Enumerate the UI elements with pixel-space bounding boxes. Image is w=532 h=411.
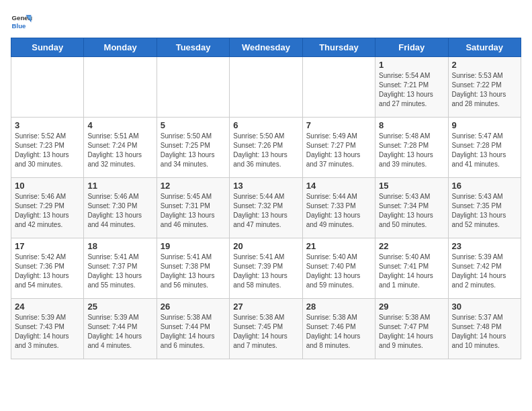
day-number: 17 xyxy=(15,241,80,251)
weekday-header-monday: Monday xyxy=(84,38,157,57)
day-number: 3 xyxy=(15,120,80,130)
calendar-cell: 7Sunrise: 5:49 AM Sunset: 7:27 PM Daylig… xyxy=(302,118,375,178)
calendar-cell: 18Sunrise: 5:41 AM Sunset: 7:37 PM Dayli… xyxy=(84,238,157,299)
calendar-cell: 27Sunrise: 5:38 AM Sunset: 7:45 PM Dayli… xyxy=(230,299,302,359)
day-number: 25 xyxy=(87,302,152,312)
weekday-header-friday: Friday xyxy=(375,38,448,57)
day-number: 9 xyxy=(452,120,517,130)
calendar-cell: 2Sunrise: 5:53 AM Sunset: 7:22 PM Daylig… xyxy=(448,57,521,118)
calendar-table: SundayMondayTuesdayWednesdayThursdayFrid… xyxy=(11,38,521,359)
calendar-cell: 11Sunrise: 5:46 AM Sunset: 7:30 PM Dayli… xyxy=(84,178,157,238)
calendar-cell xyxy=(230,57,302,118)
calendar-cell: 12Sunrise: 5:45 AM Sunset: 7:31 PM Dayli… xyxy=(157,178,229,238)
day-info: Sunrise: 5:41 AM Sunset: 7:38 PM Dayligh… xyxy=(161,253,226,290)
day-number: 20 xyxy=(233,241,298,251)
calendar-cell: 26Sunrise: 5:38 AM Sunset: 7:44 PM Dayli… xyxy=(157,299,229,359)
calendar-week-row: 10Sunrise: 5:46 AM Sunset: 7:29 PM Dayli… xyxy=(11,178,521,238)
weekday-header-row: SundayMondayTuesdayWednesdayThursdayFrid… xyxy=(11,38,521,57)
day-info: Sunrise: 5:40 AM Sunset: 7:41 PM Dayligh… xyxy=(379,253,444,290)
logo-icon: General Blue xyxy=(11,11,32,32)
day-info: Sunrise: 5:37 AM Sunset: 7:48 PM Dayligh… xyxy=(452,313,517,351)
day-number: 18 xyxy=(87,241,152,251)
calendar-cell: 1Sunrise: 5:54 AM Sunset: 7:21 PM Daylig… xyxy=(375,57,448,118)
day-number: 19 xyxy=(161,241,226,251)
day-number: 16 xyxy=(452,181,517,191)
day-number: 8 xyxy=(379,120,444,130)
day-info: Sunrise: 5:44 AM Sunset: 7:33 PM Dayligh… xyxy=(306,192,371,230)
calendar-cell: 13Sunrise: 5:44 AM Sunset: 7:32 PM Dayli… xyxy=(230,178,302,238)
day-info: Sunrise: 5:50 AM Sunset: 7:25 PM Dayligh… xyxy=(161,132,226,169)
day-number: 10 xyxy=(15,181,80,191)
weekday-header-tuesday: Tuesday xyxy=(157,38,229,57)
calendar-cell: 22Sunrise: 5:40 AM Sunset: 7:41 PM Dayli… xyxy=(375,238,448,299)
day-number: 11 xyxy=(87,181,152,191)
calendar-cell xyxy=(302,57,375,118)
day-number: 1 xyxy=(379,60,444,70)
day-number: 6 xyxy=(233,120,298,130)
calendar-cell: 24Sunrise: 5:39 AM Sunset: 7:43 PM Dayli… xyxy=(11,299,84,359)
day-number: 29 xyxy=(379,302,444,312)
calendar-cell: 29Sunrise: 5:38 AM Sunset: 7:47 PM Dayli… xyxy=(375,299,448,359)
calendar-week-row: 24Sunrise: 5:39 AM Sunset: 7:43 PM Dayli… xyxy=(11,299,521,359)
calendar-cell: 16Sunrise: 5:43 AM Sunset: 7:35 PM Dayli… xyxy=(448,178,521,238)
day-number: 30 xyxy=(452,302,517,312)
day-number: 4 xyxy=(87,120,152,130)
day-number: 12 xyxy=(161,181,226,191)
day-info: Sunrise: 5:38 AM Sunset: 7:45 PM Dayligh… xyxy=(233,313,298,351)
calendar-cell xyxy=(157,57,229,118)
day-number: 28 xyxy=(306,302,371,312)
day-info: Sunrise: 5:44 AM Sunset: 7:32 PM Dayligh… xyxy=(233,192,298,230)
calendar-cell: 17Sunrise: 5:42 AM Sunset: 7:36 PM Dayli… xyxy=(11,238,84,299)
day-info: Sunrise: 5:46 AM Sunset: 7:29 PM Dayligh… xyxy=(15,192,80,230)
weekday-header-thursday: Thursday xyxy=(302,38,375,57)
day-info: Sunrise: 5:48 AM Sunset: 7:28 PM Dayligh… xyxy=(379,132,444,169)
calendar-cell: 6Sunrise: 5:50 AM Sunset: 7:26 PM Daylig… xyxy=(230,118,302,178)
calendar-cell: 30Sunrise: 5:37 AM Sunset: 7:48 PM Dayli… xyxy=(448,299,521,359)
calendar-week-row: 3Sunrise: 5:52 AM Sunset: 7:23 PM Daylig… xyxy=(11,118,521,178)
calendar-cell: 28Sunrise: 5:38 AM Sunset: 7:46 PM Dayli… xyxy=(302,299,375,359)
calendar-cell: 3Sunrise: 5:52 AM Sunset: 7:23 PM Daylig… xyxy=(11,118,84,178)
calendar-cell: 23Sunrise: 5:39 AM Sunset: 7:42 PM Dayli… xyxy=(448,238,521,299)
day-info: Sunrise: 5:46 AM Sunset: 7:30 PM Dayligh… xyxy=(87,192,152,230)
calendar-week-row: 1Sunrise: 5:54 AM Sunset: 7:21 PM Daylig… xyxy=(11,57,521,118)
day-info: Sunrise: 5:51 AM Sunset: 7:24 PM Dayligh… xyxy=(87,132,152,169)
day-number: 22 xyxy=(379,241,444,251)
day-info: Sunrise: 5:41 AM Sunset: 7:39 PM Dayligh… xyxy=(233,253,298,290)
calendar-cell: 8Sunrise: 5:48 AM Sunset: 7:28 PM Daylig… xyxy=(375,118,448,178)
day-info: Sunrise: 5:45 AM Sunset: 7:31 PM Dayligh… xyxy=(161,192,226,230)
day-info: Sunrise: 5:42 AM Sunset: 7:36 PM Dayligh… xyxy=(15,253,80,290)
weekday-header-sunday: Sunday xyxy=(11,38,84,57)
day-number: 7 xyxy=(306,120,371,130)
day-info: Sunrise: 5:43 AM Sunset: 7:35 PM Dayligh… xyxy=(452,192,517,230)
day-number: 14 xyxy=(306,181,371,191)
day-info: Sunrise: 5:38 AM Sunset: 7:44 PM Dayligh… xyxy=(161,313,226,351)
day-info: Sunrise: 5:40 AM Sunset: 7:40 PM Dayligh… xyxy=(306,253,371,290)
calendar-cell: 21Sunrise: 5:40 AM Sunset: 7:40 PM Dayli… xyxy=(302,238,375,299)
day-info: Sunrise: 5:39 AM Sunset: 7:44 PM Dayligh… xyxy=(87,313,152,351)
calendar-cell: 10Sunrise: 5:46 AM Sunset: 7:29 PM Dayli… xyxy=(11,178,84,238)
calendar-cell: 20Sunrise: 5:41 AM Sunset: 7:39 PM Dayli… xyxy=(230,238,302,299)
day-info: Sunrise: 5:54 AM Sunset: 7:21 PM Dayligh… xyxy=(379,71,444,109)
day-info: Sunrise: 5:43 AM Sunset: 7:34 PM Dayligh… xyxy=(379,192,444,230)
day-info: Sunrise: 5:39 AM Sunset: 7:43 PM Dayligh… xyxy=(15,313,80,351)
day-info: Sunrise: 5:52 AM Sunset: 7:23 PM Dayligh… xyxy=(15,132,80,169)
calendar-week-row: 17Sunrise: 5:42 AM Sunset: 7:36 PM Dayli… xyxy=(11,238,521,299)
calendar-cell: 19Sunrise: 5:41 AM Sunset: 7:38 PM Dayli… xyxy=(157,238,229,299)
calendar-cell: 9Sunrise: 5:47 AM Sunset: 7:28 PM Daylig… xyxy=(448,118,521,178)
calendar-cell xyxy=(11,57,84,118)
day-number: 21 xyxy=(306,241,371,251)
header: General Blue xyxy=(11,11,521,32)
calendar-cell: 25Sunrise: 5:39 AM Sunset: 7:44 PM Dayli… xyxy=(84,299,157,359)
day-number: 24 xyxy=(15,302,80,312)
calendar-cell xyxy=(84,57,157,118)
day-info: Sunrise: 5:50 AM Sunset: 7:26 PM Dayligh… xyxy=(233,132,298,169)
day-info: Sunrise: 5:49 AM Sunset: 7:27 PM Dayligh… xyxy=(306,132,371,169)
day-number: 15 xyxy=(379,181,444,191)
day-number: 13 xyxy=(233,181,298,191)
day-info: Sunrise: 5:41 AM Sunset: 7:37 PM Dayligh… xyxy=(87,253,152,290)
day-number: 27 xyxy=(233,302,298,312)
day-number: 23 xyxy=(452,241,517,251)
day-info: Sunrise: 5:38 AM Sunset: 7:47 PM Dayligh… xyxy=(379,313,444,351)
day-info: Sunrise: 5:47 AM Sunset: 7:28 PM Dayligh… xyxy=(452,132,517,169)
day-number: 26 xyxy=(161,302,226,312)
